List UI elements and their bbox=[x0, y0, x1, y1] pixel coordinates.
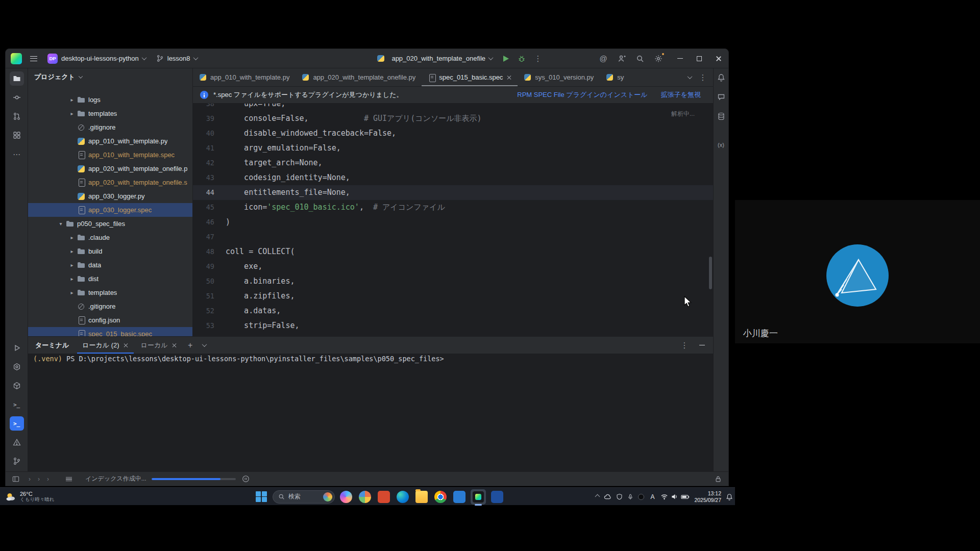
tree-chevron-icon[interactable]: ▸ bbox=[68, 290, 76, 295]
terminal-tool-icon[interactable]: >_ bbox=[10, 416, 24, 431]
clock-widget[interactable]: 13:12 2025/09/27 bbox=[694, 490, 721, 503]
install-plugin-link[interactable]: RPM SPEC File プラグインのインストール bbox=[517, 90, 647, 99]
tree-chevron-icon[interactable]: ▸ bbox=[68, 262, 76, 268]
pause-indexing-icon[interactable] bbox=[241, 474, 251, 484]
services-icon[interactable] bbox=[10, 360, 24, 374]
tree-item[interactable]: config.json bbox=[28, 313, 192, 327]
ime-indicator[interactable]: A bbox=[649, 493, 656, 500]
pycharm-icon[interactable] bbox=[471, 489, 486, 505]
terminal-options-icon[interactable]: ⋮ bbox=[678, 339, 691, 352]
close-button[interactable] bbox=[709, 49, 728, 68]
database-icon[interactable] bbox=[715, 110, 727, 122]
tree-item[interactable]: ▸ data bbox=[28, 258, 192, 272]
search-everywhere-icon[interactable] bbox=[632, 51, 648, 66]
tree-item[interactable]: ▸ logs bbox=[28, 93, 192, 107]
tree-chevron-icon[interactable]: ▸ bbox=[68, 248, 76, 254]
close-terminal-tab-icon[interactable] bbox=[172, 343, 177, 348]
python-console-icon[interactable]: >_ bbox=[10, 397, 24, 412]
weather-widget[interactable]: 26°C くもり時々晴れ bbox=[5, 488, 54, 506]
project-tool-icon[interactable] bbox=[10, 71, 24, 86]
pycharm-logo-icon[interactable] bbox=[11, 53, 22, 64]
ai-chat-icon[interactable] bbox=[715, 91, 727, 103]
breadcrumb-item[interactable] bbox=[34, 475, 43, 483]
tree-item[interactable]: app_010_with_template.spec bbox=[28, 148, 192, 162]
tree-item[interactable]: app_020_with_template_onefile.s bbox=[28, 176, 192, 189]
variables-icon[interactable]: (x) bbox=[715, 139, 727, 151]
breadcrumb-item[interactable] bbox=[53, 475, 60, 483]
debug-button[interactable] bbox=[514, 51, 529, 66]
editor-scrollbar[interactable] bbox=[709, 257, 712, 289]
settings-icon[interactable] bbox=[651, 51, 666, 66]
taskbar-search[interactable]: 検索 bbox=[273, 490, 335, 504]
tree-item[interactable]: ▸ templates bbox=[28, 286, 192, 299]
terminal-tab[interactable]: ローカル (2) bbox=[77, 337, 133, 354]
tab-options-icon[interactable]: ⋮ bbox=[697, 71, 709, 84]
tree-item[interactable]: app_030_logger.py bbox=[28, 189, 192, 203]
lock-widget[interactable] bbox=[713, 474, 723, 484]
ai-assistant-icon[interactable]: @ bbox=[596, 51, 611, 66]
chrome-icon[interactable] bbox=[433, 489, 448, 505]
structure-icon[interactable] bbox=[10, 128, 24, 142]
main-menu-icon[interactable] bbox=[26, 51, 41, 66]
file-explorer-icon[interactable] bbox=[414, 489, 429, 505]
project-selector[interactable]: DP desktop-ui-lessons-python bbox=[43, 52, 150, 66]
notifications-bell-icon[interactable] bbox=[715, 71, 727, 84]
more-run-actions-icon[interactable]: ⋮ bbox=[530, 51, 546, 66]
word-icon[interactable] bbox=[489, 489, 505, 505]
tree-item[interactable]: .gitignore bbox=[28, 120, 192, 134]
breadcrumb-item[interactable] bbox=[25, 475, 34, 483]
quick-settings[interactable] bbox=[660, 493, 690, 500]
project-panel-header[interactable]: プロジェクト bbox=[28, 68, 192, 86]
branch-selector[interactable]: lesson8 bbox=[152, 53, 202, 64]
photos-icon[interactable] bbox=[357, 489, 373, 505]
run-button[interactable] bbox=[498, 51, 513, 66]
start-button[interactable] bbox=[254, 489, 269, 505]
tool-windows-icon[interactable] bbox=[11, 474, 21, 484]
code-editor[interactable]: 38 upx=True, 39 console=False, # GUIアプリ(… bbox=[193, 104, 713, 336]
powerpoint-icon[interactable] bbox=[376, 489, 391, 505]
run-config-selector[interactable]: app_020_with_template_onefile bbox=[372, 53, 497, 64]
outlook-icon[interactable] bbox=[452, 489, 467, 505]
tree-item[interactable]: ▸ .claude bbox=[28, 231, 192, 244]
microphone-icon[interactable] bbox=[627, 494, 633, 500]
security-icon[interactable] bbox=[616, 493, 623, 500]
breadcrumb-item[interactable] bbox=[43, 475, 53, 483]
tree-item[interactable]: ▾ p050_spec_files bbox=[28, 217, 192, 231]
tree-chevron-icon[interactable]: ▸ bbox=[68, 97, 76, 103]
copilot-icon[interactable] bbox=[338, 489, 354, 505]
hidden-tabs-chevron-icon[interactable] bbox=[683, 71, 696, 84]
ignore-extension-link[interactable]: 拡張子を無視 bbox=[661, 90, 701, 99]
tree-item[interactable]: ▸ build bbox=[28, 244, 192, 258]
code-with-me-icon[interactable] bbox=[614, 51, 629, 66]
python-packages-icon[interactable] bbox=[10, 379, 24, 393]
background-app-icon[interactable] bbox=[638, 494, 644, 500]
close-terminal-tab-icon[interactable] bbox=[124, 343, 129, 348]
editor-tab[interactable]: spec_015_basic.spec bbox=[422, 68, 518, 86]
notifications-icon[interactable] bbox=[726, 493, 733, 500]
problems-icon[interactable] bbox=[10, 435, 24, 449]
tree-item[interactable]: ▸ templates bbox=[28, 107, 192, 120]
run-tool-icon[interactable] bbox=[10, 341, 24, 355]
tree-chevron-icon[interactable]: ▸ bbox=[68, 235, 76, 240]
hide-terminal-icon[interactable] bbox=[696, 339, 708, 352]
commit-tool-icon[interactable] bbox=[10, 90, 24, 105]
tree-item[interactable]: app_030_logger.spec bbox=[28, 203, 192, 217]
new-terminal-icon[interactable]: + bbox=[184, 339, 197, 352]
tree-chevron-icon[interactable]: ▸ bbox=[68, 276, 76, 282]
tree-item[interactable]: ▸ dist bbox=[28, 272, 192, 286]
tree-item[interactable]: spec_015_basic.spec bbox=[28, 327, 192, 336]
editor-tab[interactable]: sys_010_version.py bbox=[518, 68, 600, 86]
minimize-button[interactable] bbox=[670, 49, 690, 68]
pull-requests-icon[interactable] bbox=[10, 109, 24, 123]
editor-tab[interactable]: sys bbox=[600, 68, 624, 86]
tree-item[interactable]: app_010_with_template.py bbox=[28, 134, 192, 148]
tree-chevron-icon[interactable]: ▾ bbox=[57, 221, 65, 227]
tree-item[interactable]: .gitignore bbox=[28, 299, 192, 313]
onedrive-icon[interactable] bbox=[604, 493, 611, 500]
terminal-type-chevron-icon[interactable] bbox=[199, 339, 211, 352]
editor-tab[interactable]: app_020_with_template_onefile.py bbox=[296, 68, 422, 86]
breadcrumb-menu-icon[interactable] bbox=[64, 474, 74, 484]
close-tab-icon[interactable] bbox=[506, 75, 511, 80]
hidden-icons-chevron[interactable] bbox=[596, 495, 599, 498]
terminal-output[interactable]: (.venv) PS D:\projects\lessons\desktop-u… bbox=[28, 354, 713, 471]
